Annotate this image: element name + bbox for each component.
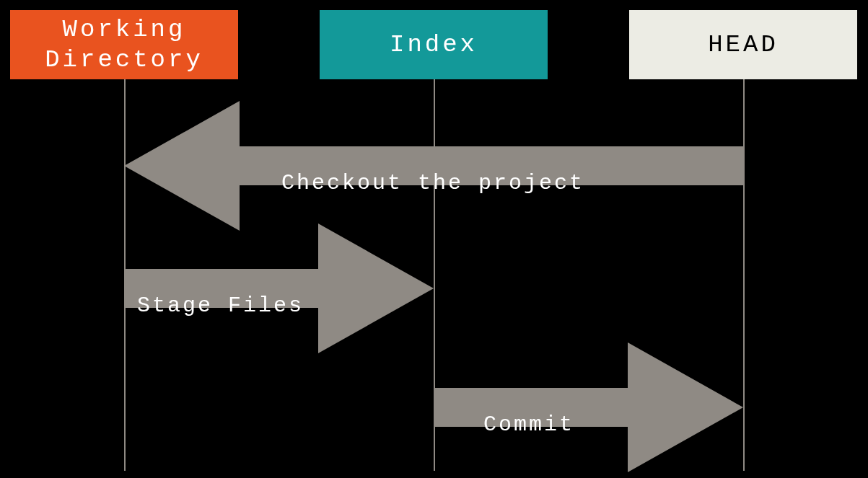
arrow-checkout-label: Checkout the project: [281, 171, 584, 195]
column-index: Index: [320, 10, 548, 79]
svg-marker-2: [434, 342, 743, 472]
arrow-checkout: [124, 101, 743, 231]
arrow-commit: [434, 342, 743, 472]
svg-marker-1: [124, 223, 434, 353]
lifeline-head: [743, 79, 745, 471]
arrow-stage-label: Stage Files: [137, 293, 304, 318]
arrow-stage: [124, 223, 434, 353]
column-label: HEAD: [708, 30, 779, 61]
arrow-commit-label: Commit: [483, 412, 574, 437]
column-head: HEAD: [629, 10, 857, 79]
column-label: WorkingDirectory: [45, 14, 203, 76]
column-label: Index: [390, 30, 478, 61]
svg-marker-0: [124, 101, 743, 231]
column-working-directory: WorkingDirectory: [10, 10, 238, 79]
